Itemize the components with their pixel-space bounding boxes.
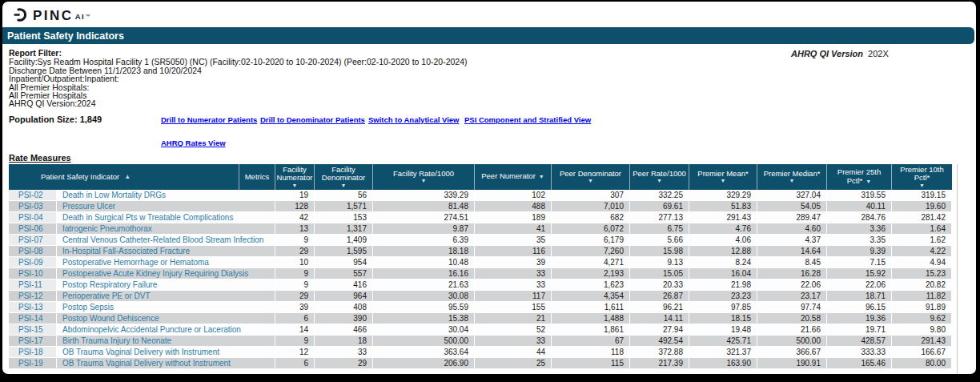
value-cell-facility-numerator: 9 [275,279,315,291]
column-header-facility-numerator[interactable]: Facility Numerator▼ [275,164,315,190]
psi-name-link[interactable]: Postoperative Acute Kidney Injury Requir… [62,269,248,278]
value-cell-facility-denominator: 153 [315,212,373,223]
report-filter: Report Filter: Facility:Sys Readm Hospit… [9,49,468,108]
value-cell-peer-rate-1000: 6.75 [630,223,689,235]
column-header-peer-denominator[interactable]: Peer Denominator▼ [552,164,630,190]
psi-code-link[interactable]: PSI-14 [18,314,43,323]
column-header-premier-25th-pctl[interactable]: Premier 25th Pctl*▼ [827,164,892,190]
psi-code-cell: PSI-09 [9,257,57,268]
filter-dropdown-icon[interactable]: ▼ [421,178,427,184]
table-right-edge-line [957,164,958,374]
psi-name-link[interactable]: In-Hospital Fall-Associated Fracture [62,247,190,255]
drill-to-numerator-link[interactable]: Drill to Numerator Patients [161,115,257,124]
psi-name-link[interactable]: Perioperative PE or DVT [62,292,151,300]
filter-dropdown-icon[interactable]: ▼ [588,178,593,184]
psi-code-link[interactable]: PSI-12 [18,292,43,300]
value-cell-facility-rate-1000: 30.08 [373,291,475,302]
sort-ascending-icon[interactable]: ▲ [124,173,131,182]
psi-name-link[interactable]: Iatrogenic Pneumothorax [62,224,152,233]
column-header-facility-denominator[interactable]: Facility Denominator▼ [315,164,373,190]
table-row: PSI-18OB Trauma Vaginal Delivery with In… [9,347,952,358]
psi-name-cell: Abdominopelvic Accidental Puncture or La… [57,324,275,336]
psi-code-cell: PSI-14 [9,313,57,324]
value-cell-premier-median: 14.64 [757,246,827,257]
psi-code-link[interactable]: PSI-03 [18,202,43,211]
filter-dropdown-icon[interactable]: ▼ [539,174,544,179]
value-cell-facility-numerator: 13 [275,223,315,235]
column-label: Peer Rate/1000 [633,170,686,179]
filter-dropdown-icon[interactable]: ▼ [341,183,347,189]
value-cell-peer-denominator: 118 [552,347,630,358]
table-row: PSI-14Postop Wound Dehiscence639015.3821… [9,313,952,324]
column-header-premier-median[interactable]: Premier Median*▼ [757,164,827,190]
value-cell-premier-mean: 18.15 [689,313,757,324]
value-cell-premier-median: 8.45 [757,257,827,268]
value-cell-peer-denominator: 1,861 [552,324,630,336]
drill-to-denominator-link[interactable]: Drill to Denominator Patients [260,115,365,124]
column-header-premier-10th-pctl[interactable]: Premier 10th Pctl*▼ [892,164,952,190]
value-cell-facility-numerator: 10 [275,257,315,268]
value-cell-premier-10th-pctl: 1.62 [892,235,952,246]
column-header-peer-numerator[interactable]: Peer Numerator▼ [475,164,552,190]
value-cell-peer-rate-1000: 492.54 [630,336,689,347]
value-cell-facility-rate-1000: 363.64 [373,347,475,358]
value-cell-facility-denominator: 390 [315,313,373,324]
value-cell-peer-denominator: 1,488 [552,313,630,324]
filter-dropdown-icon[interactable]: ▼ [657,178,662,184]
psi-code-link[interactable]: PSI-07 [18,235,43,244]
value-cell-peer-numerator: 21 [475,313,552,324]
psi-code-link[interactable]: PSI-10 [18,269,43,278]
table-row: PSI-17Birth Trauma Injury to Neonate9185… [9,336,952,347]
psi-name-link[interactable]: Postop Sepsis [62,303,114,312]
psi-name-link[interactable]: Pressure Ulcer [62,202,115,211]
value-cell-premier-25th-pctl: 319.55 [827,190,892,201]
psi-component-stratified-view-link[interactable]: PSI Component and Stratified View [464,115,591,124]
value-cell-premier-25th-pctl: 9.39 [827,246,892,257]
psi-name-link[interactable]: Abdominopelvic Accidental Puncture or La… [62,325,241,334]
psi-name-link[interactable]: OB Trauma Vaginal Delivery without Instr… [62,359,231,368]
ahrq-rates-view-link[interactable]: AHRQ Rates View [161,139,226,147]
psi-name-link[interactable]: Postop Wound Dehiscence [62,314,159,323]
psi-code-link[interactable]: PSI-18 [18,348,43,356]
filter-dropdown-icon[interactable]: ▼ [919,183,925,189]
column-header-facility-rate-1000[interactable]: Facility Rate/1000▼ [373,164,475,190]
psi-name-link[interactable]: Central Venous Catheter-Related Blood St… [62,235,263,244]
filter-dropdown-icon[interactable]: ▼ [721,178,726,184]
psi-code-cell: PSI-15 [9,324,57,336]
filter-dropdown-icon[interactable]: ▼ [789,178,795,184]
filter-dropdown-icon[interactable]: ▼ [866,179,871,184]
column-header-metrics[interactable]: Metrics [239,164,275,190]
psi-code-link[interactable]: PSI-08 [18,247,43,255]
value-cell-premier-10th-pctl: 9.62 [892,313,952,324]
psi-code-link[interactable]: PSI-13 [18,303,43,312]
psi-code-link[interactable]: PSI-09 [18,258,43,267]
psi-name-link[interactable]: Birth Trauma Injury to Neonate [62,336,171,345]
psi-code-link[interactable]: PSI-04 [18,213,43,222]
value-cell-premier-25th-pctl: 22.06 [827,279,892,291]
psi-name-link[interactable]: Death in Low Mortality DRGs [62,191,166,199]
psi-name-link[interactable]: Postoperative Hemorrhage or Hematoma [62,258,209,267]
psi-code-link[interactable]: PSI-17 [18,336,43,345]
column-header-premier-mean[interactable]: Premier Mean*▼ [689,164,757,190]
value-cell-premier-10th-pctl: 11.82 [892,291,952,302]
value-cell-facility-rate-1000: 339.29 [373,190,475,201]
filter-dropdown-icon[interactable]: ▼ [292,183,298,189]
psi-name-link[interactable]: OB Trauma Vaginal Delivery with Instrume… [62,348,219,356]
psi-name-link[interactable]: Death in Surgical Pts w Treatable Compli… [62,213,233,222]
psi-code-link[interactable]: PSI-19 [18,359,43,368]
column-header-patient-safety-indicator[interactable]: Patient Safety Indicator▲ [9,164,239,190]
psi-code-link[interactable]: PSI-02 [18,191,43,199]
psi-code-link[interactable]: PSI-06 [18,224,43,233]
psi-code-link[interactable]: PSI-11 [18,280,42,289]
column-header-peer-rate-1000[interactable]: Peer Rate/1000▼ [630,164,689,190]
psi-name-link[interactable]: Postop Respiratory Failure [62,280,157,289]
psi-name-cell: Death in Low Mortality DRGs [57,190,275,201]
value-cell-premier-mean: 4.06 [689,235,757,246]
switch-to-analytical-view-link[interactable]: Switch to Analytical View [368,115,460,124]
value-cell-facility-denominator: 416 [315,279,373,291]
column-label: Metrics [245,173,270,182]
value-cell-facility-rate-1000: 206.90 [373,358,475,369]
population-size-label: Population Size: [9,115,78,124]
psi-code-link[interactable]: PSI-15 [18,325,43,334]
value-cell-peer-rate-1000: 20.33 [630,279,689,291]
